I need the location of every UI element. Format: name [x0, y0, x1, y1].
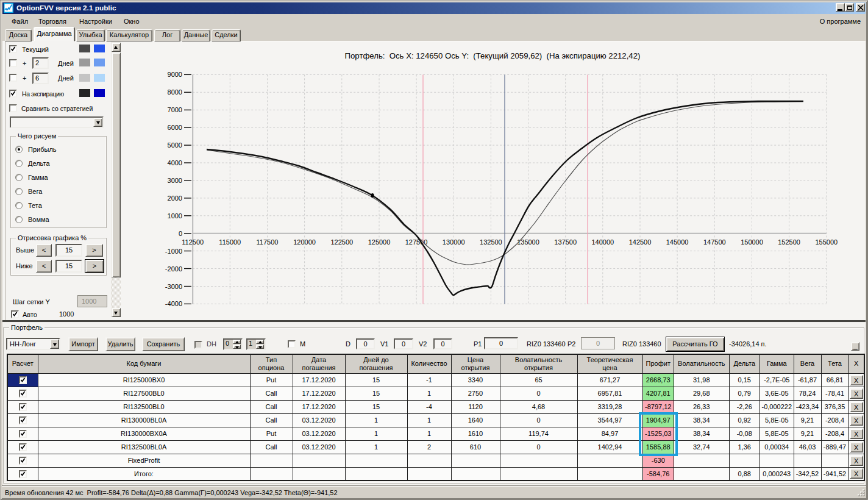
- svg-text:142500: 142500: [629, 238, 652, 246]
- svg-text:115000: 115000: [219, 238, 241, 246]
- svg-text:125000: 125000: [368, 238, 391, 246]
- svg-text:6000: 6000: [168, 124, 182, 131]
- svg-text:152500: 152500: [778, 238, 800, 246]
- svg-text:145000: 145000: [666, 238, 689, 246]
- svg-text:5000: 5000: [168, 141, 182, 149]
- svg-text:Портфель: Ось X: 124650 Ось Y: Портфель: Ось X: 124650 Ось Y: (Текущий …: [345, 51, 641, 60]
- svg-text:112500: 112500: [182, 238, 204, 246]
- svg-text:137500: 137500: [554, 238, 577, 246]
- svg-text:120000: 120000: [293, 238, 316, 246]
- svg-text:135000: 135000: [517, 238, 539, 246]
- svg-text:122500: 122500: [330, 238, 353, 246]
- svg-text:1000: 1000: [168, 212, 182, 220]
- svg-text:2000: 2000: [168, 195, 182, 202]
- svg-text:117500: 117500: [257, 238, 279, 246]
- svg-text:-1000: -1000: [165, 248, 182, 255]
- svg-text:127500: 127500: [405, 238, 428, 246]
- svg-text:-4000: -4000: [165, 300, 182, 307]
- svg-text:150000: 150000: [741, 238, 763, 246]
- svg-text:132500: 132500: [480, 238, 502, 246]
- svg-text:9000: 9000: [168, 71, 182, 78]
- svg-text:-3000: -3000: [165, 283, 182, 290]
- svg-text:3000: 3000: [168, 177, 182, 184]
- svg-text:-2000: -2000: [165, 265, 182, 273]
- svg-text:8000: 8000: [168, 88, 182, 96]
- svg-text:4000: 4000: [168, 159, 182, 166]
- svg-text:147500: 147500: [703, 238, 726, 246]
- svg-text:155000: 155000: [815, 238, 838, 246]
- svg-text:7000: 7000: [168, 106, 182, 113]
- svg-text:130000: 130000: [443, 238, 465, 246]
- svg-text:140000: 140000: [591, 238, 614, 246]
- svg-text:0: 0: [179, 230, 182, 237]
